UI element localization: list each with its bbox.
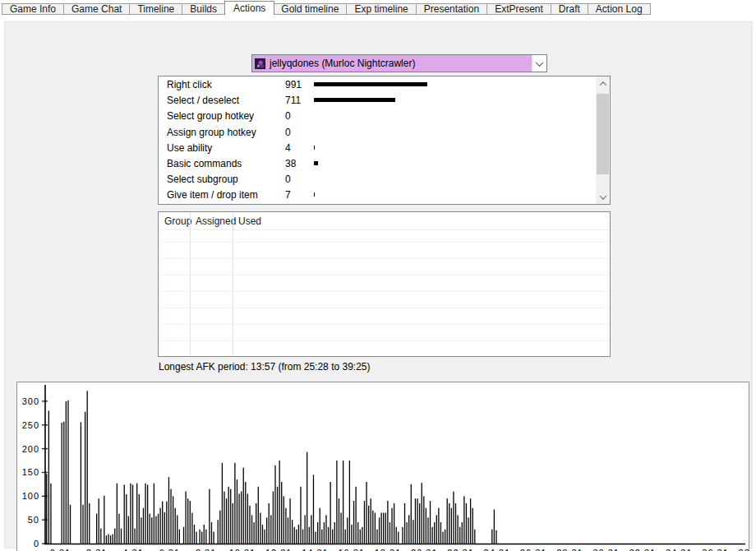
tab-exp-timeline[interactable]: Exp timeline	[347, 3, 416, 15]
svg-text:36:31: 36:31	[702, 548, 729, 551]
svg-text:22:31: 22:31	[447, 548, 474, 551]
afk-period-label: Longest AFK period: 13:57 (from 25:28 to…	[159, 361, 371, 373]
column-header-group[interactable]: Group	[159, 212, 190, 229]
race-icon	[254, 58, 266, 70]
svg-text:2:31: 2:31	[86, 548, 107, 551]
action-stat-row[interactable]: Assign group hotkey0	[159, 124, 596, 140]
chevron-up-icon	[599, 81, 606, 88]
column-header-assigned[interactable]: Assigned	[190, 212, 233, 229]
player-select-dropdown-button[interactable]	[532, 55, 546, 72]
action-count: 0	[285, 174, 291, 185]
tab-action-log[interactable]: Action Log	[588, 3, 651, 15]
svg-text:250: 250	[22, 420, 39, 430]
table-header-row: GroupAssignedUsed	[159, 212, 610, 230]
svg-text:32:31: 32:31	[629, 548, 657, 551]
tab-presentation[interactable]: Presentation	[417, 3, 487, 15]
scroll-up-button[interactable]	[596, 76, 610, 90]
svg-text:18:31: 18:31	[375, 548, 402, 551]
svg-text:16:31: 16:31	[338, 548, 365, 551]
svg-text:34:31: 34:31	[666, 548, 693, 551]
action-count-bar	[314, 161, 318, 165]
tab-draft[interactable]: Draft	[551, 3, 588, 15]
action-count: 7	[285, 189, 291, 201]
action-count: 4	[285, 142, 291, 154]
action-stat-row[interactable]: Right click991	[159, 76, 596, 92]
tab-game-chat[interactable]: Game Chat	[64, 3, 130, 15]
tab-extpresent[interactable]: ExtPresent	[487, 3, 551, 15]
action-count-bar	[314, 192, 315, 197]
action-label: Basic commands	[167, 158, 242, 169]
svg-text:50: 50	[28, 515, 39, 525]
action-stat-row[interactable]: Select / deselect711	[159, 92, 596, 108]
svg-text:300: 300	[22, 396, 39, 406]
scrollbar[interactable]	[596, 76, 610, 204]
svg-text:30:31: 30:31	[592, 548, 620, 551]
svg-text:0: 0	[34, 539, 39, 549]
scrollbar-thumb[interactable]	[597, 94, 609, 174]
svg-text:14:31: 14:31	[302, 548, 329, 551]
apm-chart-canvas: 0501001502002503000:312:314:316:318:3110…	[17, 382, 749, 551]
svg-text:20:31: 20:31	[411, 548, 438, 551]
action-stat-row[interactable]: Basic commands38	[159, 155, 596, 171]
column-divider	[233, 212, 233, 356]
svg-text:26:31: 26:31	[520, 548, 547, 551]
action-count: 38	[285, 158, 296, 169]
action-label: Right click	[167, 79, 212, 90]
svg-text:0:31: 0:31	[50, 548, 71, 551]
action-stat-row[interactable]: Select subgroup0	[159, 171, 596, 187]
action-count-bar	[314, 82, 427, 86]
action-count: 0	[285, 110, 291, 122]
action-count-bar	[314, 98, 395, 102]
actions-tab-panel: jellyqdones (Murloc Nightcrawler) Right …	[4, 21, 753, 549]
tab-builds[interactable]: Builds	[182, 3, 225, 15]
action-stat-row[interactable]: Use ability4	[159, 140, 596, 155]
player-select-value: jellyqdones (Murloc Nightcrawler)	[252, 55, 532, 72]
tab-bar: Game InfoGame ChatTimelineBuildsActionsG…	[2, 0, 756, 15]
svg-text:6:31: 6:31	[159, 548, 180, 551]
chevron-down-icon	[599, 192, 606, 199]
action-label: Select / deselect	[167, 95, 239, 106]
hotkey-groups-table: GroupAssignedUsed	[158, 211, 611, 357]
scroll-down-button[interactable]	[596, 190, 610, 204]
svg-text:24:31: 24:31	[484, 548, 511, 551]
svg-text:10:31: 10:31	[229, 548, 256, 551]
apm-chart: 0501001502002503000:312:314:316:318:3110…	[16, 382, 749, 551]
action-stat-row[interactable]: Select group hotkey0	[159, 108, 596, 123]
tab-actions[interactable]: Actions	[224, 1, 274, 15]
action-label: Select subgroup	[167, 174, 238, 185]
action-label: Use ability	[167, 142, 212, 154]
svg-text:28:31: 28:31	[556, 548, 583, 551]
action-label: Select group hotkey	[167, 110, 254, 122]
action-stats-list: Right click991Select / deselect711Select…	[158, 76, 611, 205]
action-stat-row[interactable]: Give item / drop item7	[159, 187, 596, 202]
action-count: 991	[285, 79, 302, 90]
action-count-bar	[314, 146, 315, 150]
tab-gold-timeline[interactable]: Gold timeline	[274, 3, 347, 15]
svg-text:200: 200	[22, 444, 39, 454]
action-count: 0	[285, 127, 291, 138]
tab-game-info[interactable]: Game Info	[2, 3, 64, 15]
tab-timeline[interactable]: Timeline	[130, 3, 182, 15]
svg-text:12:31: 12:31	[265, 548, 293, 551]
column-header-used[interactable]: Used	[233, 212, 261, 229]
svg-text:8:31: 8:31	[196, 548, 216, 551]
chevron-down-icon	[536, 58, 544, 67]
column-divider	[190, 212, 191, 356]
player-select-label: jellyqdones (Murloc Nightcrawler)	[270, 58, 415, 69]
svg-text:100: 100	[22, 491, 39, 501]
svg-text:4:31: 4:31	[122, 548, 143, 551]
svg-text:150: 150	[22, 467, 39, 477]
action-count: 711	[285, 95, 301, 106]
action-label: Assign group hotkey	[167, 127, 256, 138]
action-label: Give item / drop item	[167, 189, 258, 201]
svg-text:38:31: 38:31	[739, 548, 749, 551]
player-select[interactable]: jellyqdones (Murloc Nightcrawler)	[251, 54, 547, 72]
